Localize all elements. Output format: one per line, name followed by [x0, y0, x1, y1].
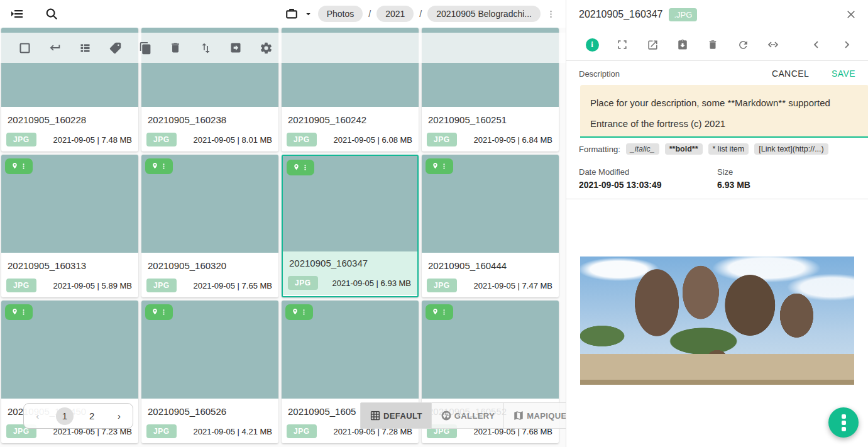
keyboard-return-icon[interactable] — [40, 33, 70, 63]
aperture-icon — [441, 410, 452, 421]
geo-badge[interactable] — [5, 304, 33, 320]
photo-thumbnail[interactable] — [141, 155, 278, 253]
info-icon[interactable]: i — [577, 32, 607, 57]
view-default-button[interactable]: DEFAULT — [360, 402, 432, 429]
pagination: ‹ 1 2 › — [23, 403, 133, 429]
breadcrumb-item[interactable]: 20210905 Belogradchi... — [427, 6, 541, 22]
geo-badge[interactable] — [426, 304, 453, 320]
view-gallery-button[interactable]: GALLERY — [432, 402, 504, 429]
fab-more-button[interactable] — [828, 407, 859, 438]
delete-icon[interactable] — [160, 33, 190, 63]
page-button[interactable]: 1 — [56, 407, 74, 425]
more-vertical-icon[interactable] — [160, 308, 167, 316]
location-pin-icon — [431, 308, 439, 316]
grid-view-icon — [370, 410, 381, 421]
more-vertical-icon[interactable] — [160, 162, 167, 170]
move-to-album-icon[interactable] — [221, 33, 251, 63]
page-button[interactable]: 2 — [83, 407, 101, 425]
list-view-icon[interactable] — [70, 33, 100, 63]
photo-thumbnail[interactable] — [422, 155, 559, 253]
filetype-badge: JPG — [287, 424, 317, 438]
photo-card-selected[interactable]: 20210905_160347 JPG2021-09-05 | 6.93 MB — [282, 155, 419, 297]
cancel-button[interactable]: CANCEL — [772, 69, 809, 79]
description-textarea[interactable]: Place for your description, some **Markd… — [580, 85, 868, 138]
filetype-badge: JPG — [6, 133, 36, 146]
location-pin-icon — [11, 308, 19, 316]
open-in-new-icon[interactable] — [637, 32, 667, 57]
photo-name: 20210905_160313 — [1, 253, 138, 276]
code-icon[interactable] — [758, 32, 788, 57]
location-pin-icon — [292, 163, 300, 172]
more-vertical-icon[interactable] — [302, 163, 309, 172]
fullscreen-icon[interactable] — [607, 32, 637, 57]
tag-icon[interactable] — [100, 33, 130, 63]
grid-toolbar — [0, 33, 566, 63]
more-vertical-icon[interactable] — [20, 308, 27, 316]
photo-thumbnail[interactable] — [422, 301, 559, 399]
sort-icon[interactable] — [190, 33, 221, 63]
view-option-label: GALLERY — [454, 411, 495, 421]
geo-badge[interactable] — [287, 160, 314, 175]
breadcrumb-item[interactable]: Photos — [318, 6, 363, 22]
more-vertical-icon[interactable] — [441, 162, 448, 170]
size-label: Size — [717, 167, 855, 177]
page-prev-button[interactable]: ‹ — [29, 407, 47, 425]
page-next-button[interactable]: › — [110, 407, 128, 425]
search-icon[interactable] — [45, 7, 58, 21]
description-value[interactable]: Entrance of the fortress (c) 2021 — [590, 117, 859, 136]
breadcrumb: Photos / 2021 / 20210905 Belogradchi... — [285, 0, 556, 28]
geo-badge[interactable] — [145, 158, 173, 174]
chevron-down-icon[interactable] — [304, 10, 312, 18]
view-mapique-button[interactable]: MAPIQUE — [504, 402, 566, 429]
download-icon[interactable] — [667, 32, 698, 57]
close-icon[interactable] — [845, 9, 857, 20]
more-vertical-icon[interactable] — [546, 9, 556, 19]
size-value: 6.93 MB — [717, 180, 855, 190]
chevron-right-icon[interactable] — [832, 32, 862, 57]
chevron-left-icon[interactable] — [801, 32, 832, 57]
photo-thumbnail[interactable] — [1, 155, 138, 253]
filetype-badge: JPG — [146, 424, 177, 438]
photo-thumbnail[interactable] — [283, 156, 417, 251]
delete-icon[interactable] — [698, 32, 728, 57]
photo-thumbnail[interactable] — [1, 301, 138, 399]
photo-meta: 2021-09-05 | 7.65 MB — [193, 281, 272, 290]
photo-card[interactable]: 20210905_160313 JPG2021-09-05 | 5.89 MB — [1, 155, 138, 297]
photo-name: 20210905_160242 — [282, 107, 419, 130]
detail-panel: 20210905_160347 .JPG i Description CANCE… — [566, 0, 868, 447]
copy-icon[interactable] — [130, 33, 160, 63]
photo-preview[interactable] — [580, 257, 854, 385]
photo-meta: 2021-09-05 | 4.21 MB — [193, 427, 272, 436]
description-header: Description CANCEL SAVE — [566, 61, 868, 82]
select-icon[interactable] — [9, 33, 40, 63]
filetype-badge: JPG — [146, 279, 177, 292]
save-button[interactable]: SAVE — [832, 69, 855, 79]
file-extension-badge: .JPG — [669, 8, 697, 21]
filetype-badge: JPG — [427, 279, 457, 292]
detail-title: 20210905_160347 — [579, 9, 662, 20]
more-vertical-icon[interactable] — [20, 162, 27, 170]
photo-card[interactable]: 20210905_160526 JPG2021-09-05 | 4.21 MB — [141, 301, 278, 443]
formatting-chip-link: [Link text](http://...) — [754, 143, 828, 155]
breadcrumb-separator: / — [368, 9, 371, 19]
photo-meta: 2021-09-05 | 6.84 MB — [473, 135, 552, 145]
album-briefcase-icon[interactable] — [285, 7, 299, 21]
refresh-icon[interactable] — [728, 32, 758, 57]
filetype-badge: JPG — [288, 276, 318, 290]
photo-card[interactable]: 20210905_160320 JPG2021-09-05 | 7.65 MB — [141, 155, 278, 297]
photo-thumbnail[interactable] — [141, 301, 278, 399]
photo-meta: 2021-09-05 | 8.01 MB — [193, 135, 272, 145]
date-modified-value: 2021-09-05 13:03:49 — [579, 180, 717, 190]
geo-badge[interactable] — [145, 304, 173, 320]
photo-name: 20210905_160251 — [422, 107, 559, 130]
geo-badge[interactable] — [426, 158, 453, 174]
photo-thumbnail[interactable] — [282, 301, 419, 399]
photo-card[interactable]: 20210905_160444 JPG2021-09-05 | 7.47 MB — [422, 155, 559, 297]
geo-badge[interactable] — [285, 304, 313, 320]
geo-badge[interactable] — [5, 158, 33, 174]
menu-open-icon[interactable] — [9, 6, 25, 21]
more-vertical-icon[interactable] — [441, 308, 448, 316]
settings-icon[interactable] — [251, 33, 281, 63]
breadcrumb-item[interactable]: 2021 — [376, 6, 414, 22]
more-vertical-icon[interactable] — [300, 308, 307, 316]
